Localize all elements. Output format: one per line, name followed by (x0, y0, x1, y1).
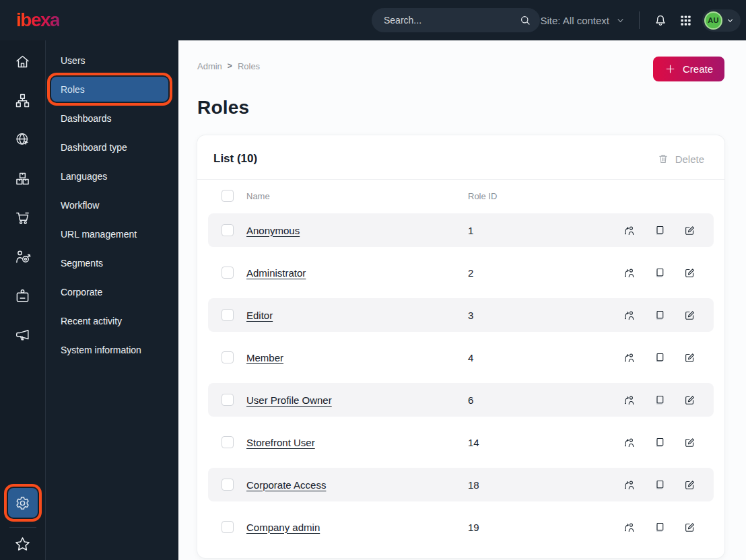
table-header: Name Role ID (208, 190, 714, 202)
copy-icon (653, 521, 666, 534)
edit-button[interactable] (683, 309, 696, 322)
edit-button[interactable] (683, 436, 696, 449)
rail-item-products[interactable] (14, 170, 32, 187)
edit-button[interactable] (683, 521, 696, 534)
row-checkbox[interactable] (222, 309, 234, 321)
role-name-link[interactable]: Editor (246, 310, 455, 321)
edit-button[interactable] (683, 267, 696, 279)
sidebar-item-users[interactable]: Users (51, 48, 168, 73)
sidebar-item-system-information[interactable]: System information (51, 337, 168, 362)
table-row: Administrator 2 (208, 256, 714, 289)
sidebar-item-corporate[interactable]: Corporate (51, 279, 168, 304)
assign-button[interactable] (623, 267, 636, 279)
assign-button[interactable] (623, 351, 636, 364)
site-context-label: Site: All context (540, 15, 609, 26)
search-icon[interactable] (519, 14, 531, 26)
role-name-link[interactable]: Company admin (246, 522, 455, 533)
breadcrumb-admin[interactable]: Admin (197, 61, 222, 71)
row-checkbox[interactable] (222, 394, 234, 406)
rail-divider (9, 527, 36, 528)
rail-item-personalization[interactable] (14, 248, 32, 265)
assign-button[interactable] (623, 521, 636, 534)
sidebar-item-roles[interactable]: Roles (51, 77, 168, 102)
row-checkbox[interactable] (222, 224, 234, 236)
search-bar[interactable] (372, 8, 540, 32)
notifications-button[interactable] (652, 11, 669, 29)
row-checkbox[interactable] (222, 479, 234, 491)
sidebar-item-languages[interactable]: Languages (51, 164, 168, 188)
create-button[interactable]: Create (653, 57, 724, 81)
table-row: Storefront User 14 (208, 425, 714, 459)
rail-item-content[interactable] (14, 92, 32, 109)
role-name-link[interactable]: Member (246, 352, 455, 363)
rail-item-site[interactable] (14, 131, 32, 148)
role-id-value: 2 (468, 267, 610, 279)
search-input[interactable] (382, 14, 519, 26)
table-body: Anonymous 1 (208, 213, 714, 544)
sidebar-item-dashboard-type[interactable]: Dashboard type (51, 135, 168, 160)
rail-item-commerce[interactable] (14, 209, 32, 226)
row-checkbox[interactable] (222, 267, 234, 279)
rail-item-corporate[interactable] (14, 287, 32, 304)
breadcrumb-roles: Roles (238, 61, 260, 71)
role-name-link[interactable]: Anonymous (246, 225, 455, 236)
rail-item-bookmarks[interactable] (13, 535, 32, 553)
select-all-checkbox[interactable] (222, 190, 234, 202)
assign-button[interactable] (623, 436, 636, 449)
assign-button[interactable] (623, 309, 636, 322)
sidebar-item-recent-activity[interactable]: Recent activity (51, 308, 168, 333)
rail-item-admin[interactable] (8, 488, 38, 518)
assign-user-icon (623, 521, 636, 534)
copy-button[interactable] (653, 436, 666, 449)
table-row: Member 4 (208, 341, 714, 374)
sidebar-item-segments[interactable]: Segments (51, 250, 168, 275)
copy-button[interactable] (653, 479, 666, 491)
sidebar-item-label: Recent activity (61, 316, 122, 326)
role-name-link[interactable]: Storefront User (246, 437, 455, 448)
assign-button[interactable] (623, 224, 636, 237)
personalization-target-icon (14, 248, 31, 265)
sidebar-item-dashboards[interactable]: Dashboards (51, 106, 168, 131)
sidebar-item-label: Dashboards (61, 113, 112, 124)
ibexa-logo[interactable]: ibexa (16, 11, 59, 30)
user-menu[interactable]: AU (702, 9, 741, 32)
sidebar-item-label: System information (61, 345, 141, 355)
copy-button[interactable] (653, 394, 666, 407)
copy-button[interactable] (653, 351, 666, 364)
copy-icon (653, 394, 666, 407)
role-name-link[interactable]: User Profile Owner (246, 394, 455, 406)
role-name-link[interactable]: Administrator (246, 267, 455, 279)
avatar: AU (704, 11, 722, 30)
sidebar-item-label: Segments (61, 258, 103, 269)
edit-button[interactable] (683, 351, 696, 364)
assign-button[interactable] (623, 479, 636, 491)
row-checkbox[interactable] (222, 521, 234, 533)
sidebar-item-label: Roles (61, 84, 85, 95)
delete-button[interactable]: Delete (653, 152, 708, 166)
edit-icon (683, 224, 696, 237)
edit-button[interactable] (683, 479, 696, 491)
app-switcher-button[interactable] (678, 13, 693, 28)
copy-button[interactable] (653, 224, 666, 237)
breadcrumb-separator: > (228, 61, 232, 71)
role-id-value: 14 (468, 437, 610, 448)
copy-button[interactable] (653, 521, 666, 534)
table-row: Anonymous 1 (208, 213, 714, 247)
rail-item-dashboard[interactable] (14, 53, 32, 70)
sidebar-item-workflow[interactable]: Workflow (51, 193, 168, 217)
edit-button[interactable] (683, 224, 696, 237)
row-checkbox[interactable] (222, 351, 234, 363)
copy-button[interactable] (653, 309, 666, 322)
copy-button[interactable] (653, 267, 666, 279)
admin-sidebar: Users Roles Dashboards Dashboard type La… (46, 40, 178, 560)
assign-button[interactable] (623, 394, 636, 407)
products-boxes-icon (14, 170, 31, 187)
role-id-value: 18 (468, 479, 610, 491)
rail-item-campaigns[interactable] (14, 326, 32, 343)
sidebar-item-url-management[interactable]: URL management (51, 221, 168, 246)
row-checkbox[interactable] (222, 436, 234, 448)
role-name-link[interactable]: Corporate Access (246, 479, 455, 491)
home-icon (14, 53, 31, 70)
edit-button[interactable] (683, 394, 696, 407)
topbar-right-group: Site: All context AU (519, 9, 746, 32)
